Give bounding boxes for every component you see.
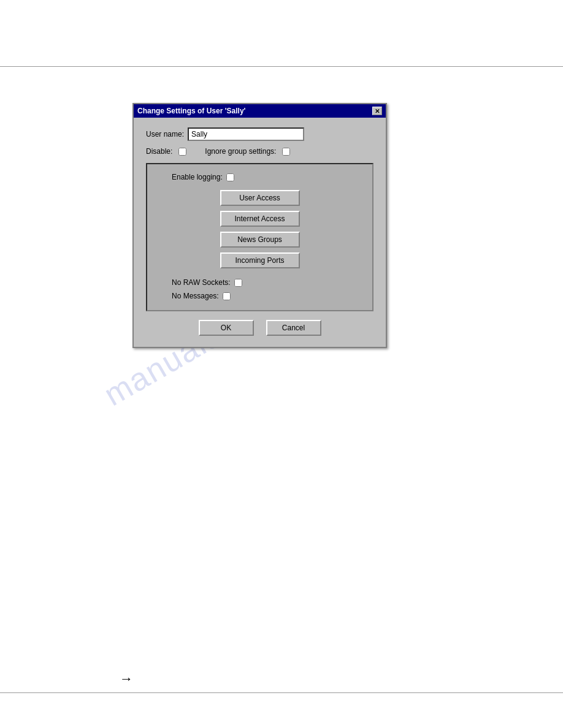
user-access-button[interactable]: User Access <box>220 190 300 206</box>
dialog-body: User name: Disable: Ignore group setting… <box>134 118 386 347</box>
ignore-group-label: Ignore group settings: <box>205 147 276 156</box>
dialog-window: Change Settings of User 'Sally' ✕ User n… <box>132 103 387 348</box>
bottom-divider <box>0 692 563 693</box>
no-messages-label: No Messages: <box>172 292 219 300</box>
username-label: User name: <box>146 130 184 138</box>
username-row: User name: <box>146 127 373 141</box>
username-input[interactable] <box>188 127 304 141</box>
bottom-buttons: OK Cancel <box>146 320 373 338</box>
arrow-icon: → <box>120 671 133 687</box>
no-raw-sockets-label: No RAW Sockets: <box>172 278 231 287</box>
no-raw-sockets-row: No RAW Sockets: <box>172 278 242 287</box>
no-raw-sockets-checkbox[interactable] <box>234 279 242 287</box>
no-messages-row: No Messages: <box>172 292 231 300</box>
enable-logging-label: Enable logging: <box>172 173 223 181</box>
internet-access-button[interactable]: Internet Access <box>220 211 300 227</box>
cancel-button[interactable]: Cancel <box>266 320 321 336</box>
no-messages-checkbox[interactable] <box>223 292 231 300</box>
top-divider <box>0 66 563 67</box>
dialog-titlebar: Change Settings of User 'Sally' ✕ <box>134 104 386 118</box>
disable-label: Disable: <box>146 147 172 156</box>
enable-logging-row: Enable logging: <box>172 173 234 181</box>
inner-panel: Enable logging: User Access Internet Acc… <box>146 163 373 311</box>
enable-logging-checkbox[interactable] <box>226 173 234 181</box>
incoming-ports-button[interactable]: Incoming Ports <box>220 252 300 268</box>
disable-checkbox[interactable] <box>178 148 186 156</box>
dialog-title: Change Settings of User 'Sally' <box>137 107 245 115</box>
close-button[interactable]: ✕ <box>372 107 382 115</box>
options-row: Disable: Ignore group settings: <box>146 147 373 156</box>
disable-group: Disable: <box>146 147 186 156</box>
ignore-group-checkbox[interactable] <box>282 148 290 156</box>
ignore-group-group: Ignore group settings: <box>205 147 290 156</box>
news-groups-button[interactable]: News Groups <box>220 232 300 248</box>
ok-button[interactable]: OK <box>199 320 254 336</box>
